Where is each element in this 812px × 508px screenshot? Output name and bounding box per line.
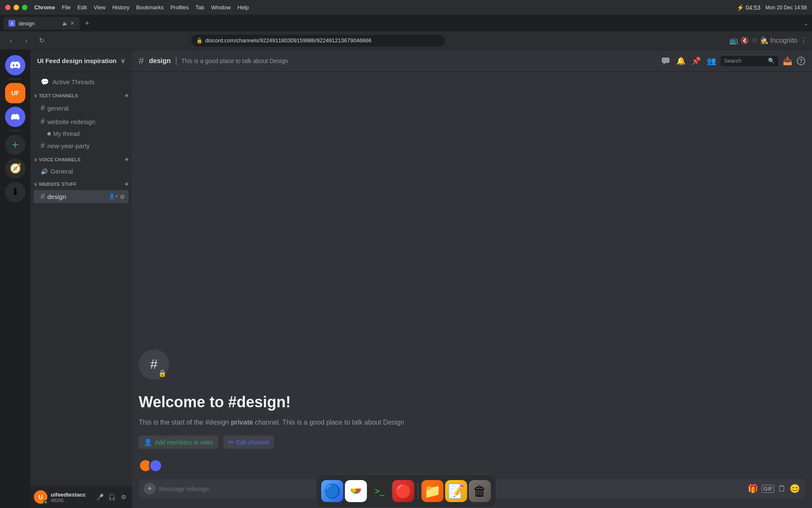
traffic-lights [5,5,27,10]
add-website-channel-icon[interactable]: + [125,180,129,188]
tab-bar: d design 🔈 ✕ + ⌄ [0,15,812,31]
text-channels-header[interactable]: ∨ TEXT CHANNELS + [30,90,132,101]
server-icon-uifeed[interactable]: UF [5,83,25,103]
voice-channels-header[interactable]: ∨ VOICE CHANNELS + [30,154,132,165]
menu-edit[interactable]: Edit [77,4,87,11]
deafen-icon[interactable]: 🎧 [107,492,117,502]
username: uifeedtestacc [51,491,91,498]
channel-header-name: design [149,57,171,65]
download-apps-button[interactable]: ⬇ [5,182,25,202]
close-button[interactable] [5,5,11,10]
add-voice-channel-icon[interactable]: + [125,156,129,163]
server-icon-discord[interactable] [5,107,25,127]
bookmark-icon[interactable]: ☆ [752,36,757,44]
welcome-actions: 👤 Add members or roles ✏ Edit channel [139,436,805,449]
browser-tab[interactable]: d design 🔈 ✕ [3,17,80,30]
discord-app: UF + 🧭 ⬇ UI Feed design inspiration ∨ 💬 … [0,50,812,508]
menu-help[interactable]: Help [238,4,249,11]
add-channel-icon[interactable]: + [125,92,129,99]
add-members-label: Add members or roles [155,439,213,446]
minimize-button[interactable] [14,5,19,10]
active-threads-item[interactable]: 💬 Active Threads [34,75,129,88]
dock-finder[interactable]: 🔵 [321,480,343,502]
voice-channels-section: ∨ VOICE CHANNELS + 🔊 General [30,154,132,177]
titlebar: Chrome File Edit View History Bookmarks … [0,0,812,15]
welcome-desc-end: channel. This is a good place to talk ab… [253,419,404,426]
tab-mute-icon[interactable]: 🔈 [62,20,69,26]
incognito-badge: 🕵 Incognito [760,36,798,44]
url-bar[interactable]: 🔒 discord.com/channels/92249118030915998… [191,35,445,47]
system-icons: ⚡ 04:53 [737,4,760,11]
hashtag-icon: # [41,192,45,201]
edit-channel-button[interactable]: ✏ Edit channel [223,436,274,449]
discord-home-button[interactable] [5,55,25,75]
mute-mic-icon[interactable]: 🎤 [95,492,105,502]
server-list: UF + 🧭 ⬇ [0,50,30,508]
forward-button[interactable]: › [20,35,32,47]
help-button[interactable]: ? [797,57,805,65]
thread-name: My thread [53,130,80,137]
mute-tab-icon[interactable]: 🔇 [741,36,749,44]
attach-button[interactable]: + [144,483,156,494]
gif-button[interactable]: GIF [762,485,774,493]
menu-tab[interactable]: Tab [195,4,204,11]
channel-item-general-voice[interactable]: 🔊 General [34,166,129,177]
new-tab-button[interactable]: + [81,17,93,29]
channel-name: design [47,193,106,200]
menu-profiles[interactable]: Profiles [170,4,189,11]
dock-trash[interactable]: 🗑 [469,480,491,502]
tab-list-icon[interactable]: ⌄ [804,20,809,27]
inbox-button[interactable]: 📥 [782,55,793,67]
website-stuff-header[interactable]: ∨ WEBSITE STUFF + [30,179,132,190]
add-members-button[interactable]: 👤 Add members or roles [139,436,218,449]
members-button[interactable]: 👥 [705,55,717,67]
channel-name: General [50,168,125,175]
website-stuff-section: ∨ WEBSITE STUFF + # design 👤+ ⚙ [30,179,132,203]
lock-icon: 🔒 [196,38,203,44]
channel-item-general[interactable]: # general [34,102,129,115]
back-button[interactable]: ‹ [5,35,17,47]
channel-item-website-redesign[interactable]: # website-redesign [34,115,129,128]
search-bar[interactable]: Search 🔍 [721,56,778,66]
channel-item-new-year-party[interactable]: # new-year-party [34,139,129,152]
menu-view[interactable]: View [93,4,105,11]
dock-chrome[interactable] [345,480,367,502]
notification-button[interactable]: 🔔 [675,55,687,67]
reload-button[interactable]: ↻ [36,35,47,47]
invite-members-icon[interactable]: 👤+ [109,193,118,200]
nav-right-actions: 📺 🔇 ☆ 🕵 Incognito ⋮ [730,36,807,44]
user-status-indicator [44,500,48,504]
threads-button[interactable] [660,55,672,67]
dock-terminal[interactable]: >_ [369,480,391,502]
channel-item-design[interactable]: # design 👤+ ⚙ [34,190,129,203]
user-settings-icon[interactable]: ⚙ [118,492,129,502]
menu-bookmarks[interactable]: Bookmarks [136,4,164,11]
settings-gear-icon[interactable]: ⚙ [120,193,125,200]
pin-button[interactable]: 📌 [690,55,702,67]
server-chevron-icon: ∨ [121,57,125,65]
thread-dot-icon [47,132,51,135]
hashtag-icon: # [41,141,45,150]
section-collapse-icon: ∨ [34,157,37,163]
emoji-icon[interactable]: 😊 [790,483,800,494]
menu-history[interactable]: History [112,4,129,11]
menu-file[interactable]: File [62,4,71,11]
channel-sidebar: UI Feed design inspiration ∨ 💬 Active Th… [30,50,132,508]
explore-servers-button[interactable]: 🧭 [5,158,25,179]
dock-app4[interactable]: 🔴 [392,480,414,502]
welcome-desc-bold: private [231,419,253,426]
thread-item-my-thread[interactable]: My thread [34,129,129,139]
menu-dots-icon[interactable]: ⋮ [800,36,807,44]
gift-icon[interactable]: 🎁 [748,483,758,494]
dock-notes[interactable]: 📝 [445,480,467,502]
sticker-icon[interactable]: 🗒 [778,484,786,494]
dock-files[interactable]: 📁 [422,480,444,502]
maximize-button[interactable] [22,5,27,10]
tab-close-icon[interactable]: ✕ [70,20,74,26]
server-header[interactable]: UI Feed design inspiration ∨ [30,50,132,72]
tab-controls: 🔈 ✕ [62,20,74,26]
cast-icon[interactable]: 📺 [730,36,738,44]
menu-window[interactable]: Window [211,4,230,11]
user-avatar[interactable]: U [34,490,47,504]
add-server-button[interactable]: + [5,135,25,155]
